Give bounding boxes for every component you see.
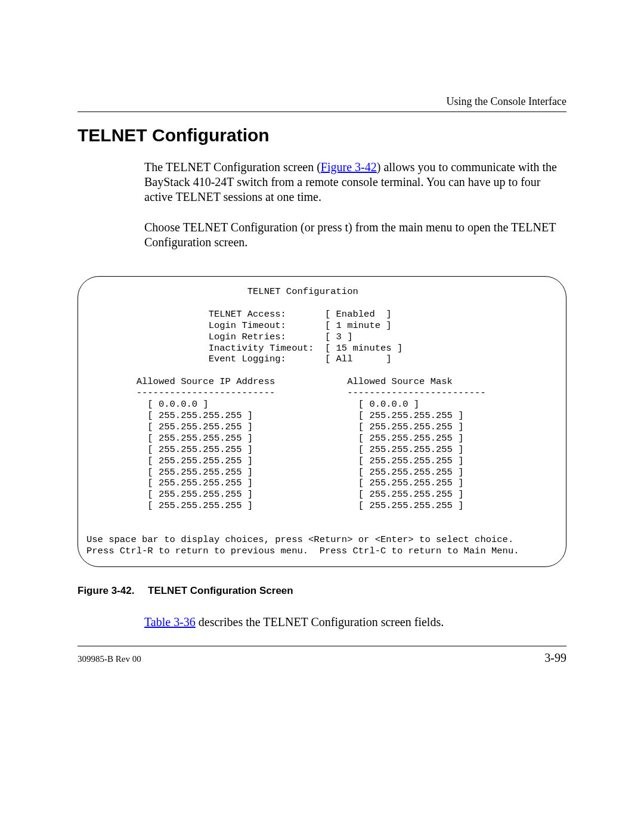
terminal-figure: TELNET Configuration TELNET Access: [ En… — [78, 276, 566, 567]
body-block: The TELNET Configuration screen (Figure … — [144, 160, 566, 250]
running-header: Using the Console Interface — [78, 95, 566, 108]
document-page: Using the Console Interface TELNET Confi… — [0, 0, 644, 833]
figure-link[interactable]: Figure 3-42 — [321, 160, 377, 174]
figure-title: TELNET Configuration Screen — [148, 585, 293, 596]
footer-row: 309985-B Rev 00 3-99 — [78, 651, 566, 665]
figure-caption: Figure 3-42.TELNET Configuration Screen — [78, 585, 566, 597]
after-figure-block: Table 3-36 describes the TELNET Configur… — [144, 615, 566, 630]
footer-page-number: 3-99 — [544, 651, 566, 665]
paragraph-2: Choose TELNET Configuration (or press t)… — [144, 220, 566, 250]
p3-rest: describes the TELNET Configuration scree… — [196, 615, 444, 628]
footer-rule — [78, 646, 566, 646]
table-link[interactable]: Table 3-36 — [144, 615, 196, 628]
figure-label: Figure 3-42. — [78, 585, 148, 597]
paragraph-1: The TELNET Configuration screen (Figure … — [144, 160, 566, 205]
p1-text-a: The TELNET Configuration screen ( — [144, 160, 321, 174]
footer-doc-id: 309985-B Rev 00 — [78, 654, 141, 664]
terminal-screen: TELNET Configuration TELNET Access: [ En… — [78, 276, 566, 567]
paragraph-3: Table 3-36 describes the TELNET Configur… — [144, 615, 566, 630]
page-footer: 309985-B Rev 00 3-99 — [78, 646, 566, 665]
header-rule — [78, 112, 566, 112]
section-title: TELNET Configuration — [78, 125, 566, 145]
